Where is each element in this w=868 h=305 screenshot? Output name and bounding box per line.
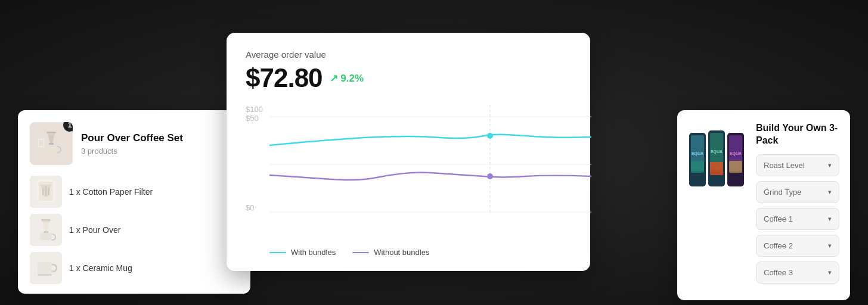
svg-rect-29: [691, 161, 704, 173]
grind-type-dropdown[interactable]: Grind Type ▾: [756, 181, 839, 203]
chart-change: ↗ 9.2%: [330, 72, 364, 85]
legend-label-blue: With bundles: [291, 248, 336, 257]
svg-rect-6: [39, 140, 44, 146]
svg-rect-2: [49, 143, 54, 145]
svg-rect-18: [38, 262, 52, 275]
y-label-0: $0: [246, 203, 267, 212]
svg-text:EQUA: EQUA: [730, 151, 742, 156]
coffee-2-dropdown[interactable]: Coffee 2 ▾: [756, 235, 839, 257]
bundle-items-list: 1 x Cotton Paper Filter 1 x Pour: [30, 176, 238, 284]
chevron-down-icon: ▾: [828, 269, 832, 276]
build-title: Build Your Own 3-Pack: [756, 122, 839, 147]
svg-rect-33: [710, 162, 723, 175]
bundle-info: Pour Over Coffee Set 3 products: [81, 132, 183, 155]
legend-without-bundles: Without bundles: [352, 248, 429, 257]
bundle-title: Pour Over Coffee Set: [81, 132, 183, 145]
legend-line-purple: [352, 252, 369, 253]
right-panel: Build Your Own 3-Pack Roast Level ▾ Grin…: [756, 122, 839, 288]
chevron-down-icon: ▾: [828, 188, 832, 196]
list-item: 1 x Cotton Paper Filter: [30, 176, 238, 208]
roast-level-label: Roast Level: [764, 161, 805, 170]
chart-area: $100 $50 $0: [246, 105, 571, 242]
mug-image: [30, 252, 62, 284]
grind-type-label: Grind Type: [764, 188, 801, 197]
mug-icon: [34, 256, 58, 280]
coffee-bags-icon: EQUA EQUA EQUA: [688, 122, 745, 194]
item-3-label: 1 x Ceramic Mug: [69, 263, 132, 273]
chart-title: Average order value: [246, 49, 571, 60]
svg-point-25: [487, 173, 493, 179]
right-content: EQUA EQUA EQUA: [688, 122, 839, 288]
svg-marker-14: [42, 221, 49, 231]
svg-rect-16: [44, 231, 48, 233]
coffee-1-label: Coffee 1: [764, 214, 793, 223]
roast-level-dropdown[interactable]: Roast Level ▾: [756, 154, 839, 176]
chart-value: $72.80: [246, 63, 323, 93]
chart-legend: With bundles Without bundles: [246, 248, 571, 257]
svg-rect-3: [45, 145, 57, 153]
coffee-3-label: Coffee 3: [764, 268, 793, 277]
build-your-own-card: EQUA EQUA EQUA: [677, 110, 850, 300]
chart-value-row: $72.80 ↗ 9.2%: [246, 63, 571, 93]
coffee-3-dropdown[interactable]: Coffee 3 ▾: [756, 262, 839, 284]
chart-svg: [269, 105, 591, 224]
list-item: 1 x Pour Over: [30, 214, 238, 246]
y-label-100: $100: [246, 105, 267, 114]
pour-over-icon: [33, 217, 59, 243]
svg-text:EQUA: EQUA: [711, 150, 723, 154]
pour-over-set-icon: [35, 127, 68, 160]
chevron-down-icon: ▾: [828, 242, 832, 250]
bundle-header: 1 Pour Over Coffee Set: [30, 122, 238, 165]
svg-point-4: [47, 133, 55, 135]
item-2-label: 1 x Pour Over: [69, 225, 120, 235]
svg-rect-37: [729, 161, 742, 173]
product-images: EQUA EQUA EQUA: [688, 122, 748, 288]
legend-label-purple: Without bundles: [374, 248, 429, 257]
legend-with-bundles: With bundles: [269, 248, 336, 257]
coffee-2-label: Coffee 2: [764, 241, 793, 250]
chevron-down-icon: ▾: [828, 215, 832, 223]
svg-text:EQUA: EQUA: [692, 151, 703, 156]
list-item: 1 x Ceramic Mug: [30, 252, 238, 284]
pour-over-image: [30, 214, 62, 246]
y-label-50: $50: [246, 114, 267, 123]
svg-point-15: [42, 220, 50, 223]
svg-rect-19: [38, 274, 52, 276]
item-1-label: 1 x Cotton Paper Filter: [69, 187, 153, 197]
coffee-1-dropdown[interactable]: Coffee 1 ▾: [756, 208, 839, 230]
bundle-image: 1: [30, 122, 73, 165]
svg-point-24: [487, 133, 493, 139]
filter-image: [30, 176, 62, 208]
bag-row: EQUA EQUA EQUA: [688, 122, 748, 194]
chevron-down-icon: ▾: [828, 161, 832, 169]
legend-line-blue: [269, 252, 286, 253]
cart-card: 1 Pour Over Coffee Set: [18, 110, 250, 294]
filter-icon: [35, 179, 57, 205]
chart-card: Average order value $72.80 ↗ 9.2% $100 $…: [227, 33, 590, 271]
bundle-subtitle: 3 products: [81, 147, 183, 155]
svg-rect-17: [40, 233, 52, 240]
